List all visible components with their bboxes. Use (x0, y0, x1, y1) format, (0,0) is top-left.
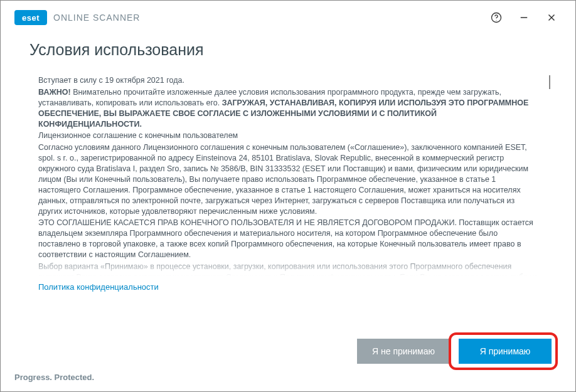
help-button[interactable] (483, 5, 510, 30)
app-title: ONLINE SCANNER (53, 13, 140, 23)
page-title: Условия использования (29, 41, 553, 59)
logo-badge: eset (14, 10, 47, 25)
terms-eula-heading: Лицензионное соглашение с конечным польз… (38, 130, 540, 141)
svg-point-1 (496, 20, 497, 21)
privacy-policy-link[interactable]: Политика конфиденциальности (38, 282, 553, 292)
terms-para1: Согласно условиям данного Лицензионного … (38, 142, 540, 216)
terms-effective-date: Вступает в силу с 19 октября 2021 года. (38, 75, 540, 86)
terms-textarea[interactable]: Вступает в силу с 19 октября 2021 года. … (29, 70, 553, 276)
terms-important-label: ВАЖНО! (38, 88, 71, 97)
help-icon (490, 11, 503, 24)
footer-tagline: Progress. Protected. (14, 373, 94, 382)
app-window: eset ONLINE SCANNER Условия использовани… (0, 0, 576, 392)
close-icon (546, 12, 557, 23)
titlebar: eset ONLINE SCANNER (1, 1, 575, 34)
logo-text: eset (22, 13, 40, 23)
content-area: Условия использования Вступает в силу с … (1, 34, 575, 391)
accept-button[interactable]: Я принимаю (459, 339, 552, 364)
terms-para3: Выбор варианта «Принимаю» в процессе уст… (38, 262, 540, 276)
decline-button[interactable]: Я не принимаю (357, 339, 450, 364)
button-row: Я не принимаю Я принимаю (357, 339, 552, 364)
terms-important: ВАЖНО! Внимательно прочитайте изложенные… (38, 87, 540, 130)
scrollbar-thumb[interactable] (549, 75, 550, 89)
close-button[interactable] (538, 5, 565, 30)
minimize-button[interactable] (510, 5, 538, 30)
minimize-icon (518, 12, 530, 23)
terms-para2: ЭТО СОГЛАШЕНИЕ КАСАЕТСЯ ПРАВ КОНЕЧНОГО П… (38, 218, 540, 260)
